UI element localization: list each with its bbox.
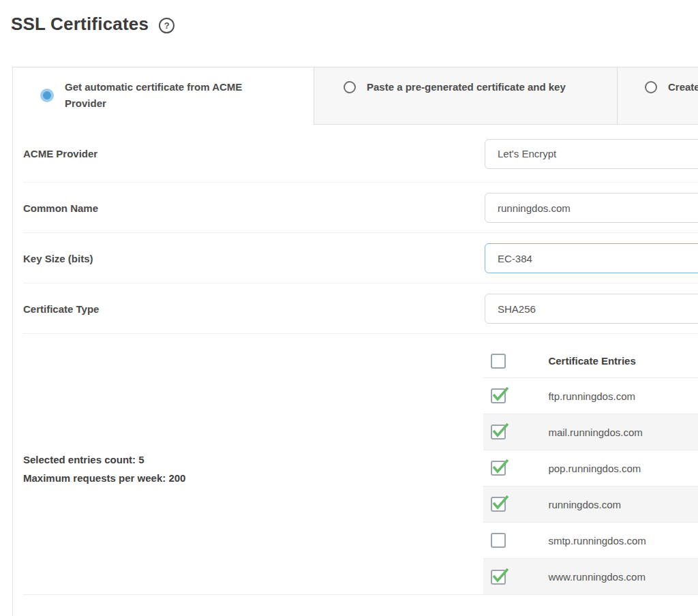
table-body: ftp.runningdos.com mail.runningdos.com p… (483, 378, 698, 595)
page-title: SSL Certificates (11, 14, 149, 35)
form-row: Common Name runningdos.com (13, 183, 698, 233)
tab-inner: Get automatic certificate from ACME Prov… (40, 79, 269, 112)
selected-entries-count: Selected entries count: 5 (23, 450, 483, 469)
form-row: ACME Provider Let's Encrypt (13, 125, 698, 183)
checkmark-icon (491, 386, 509, 403)
table-header-label: Certificate Entries (548, 355, 635, 367)
entry-checkbox[interactable] (491, 533, 506, 548)
table-row: runningdos.com (483, 487, 698, 523)
tab-inner: Create (645, 79, 698, 95)
entry-domain: ftp.runningdos.com (548, 390, 635, 402)
radio-icon[interactable] (40, 89, 54, 102)
tab-label: Create (668, 79, 698, 95)
tab-label: Paste a pre-generated certificate and ke… (367, 79, 566, 95)
entry-checkbox[interactable] (491, 425, 506, 440)
page-header: SSL Certificates ? (0, 0, 698, 35)
entry-checkbox[interactable] (491, 497, 506, 512)
certificate-entries-table: Certificate Entries ftp.runningdos.com m… (483, 334, 698, 603)
checkmark-icon (491, 494, 509, 512)
form-field-label: ACME Provider (23, 148, 485, 159)
certificate-entries-section: Selected entries count: 5 Maximum reques… (13, 334, 698, 603)
radio-icon[interactable] (344, 81, 356, 93)
entry-domain: www.runningdos.com (548, 571, 646, 583)
form-field-label: Certificate Type (23, 303, 485, 315)
certificate-mode-tabs: Get automatic certificate from ACME Prov… (13, 67, 698, 125)
form-field-input[interactable]: Let's Encrypt (485, 139, 698, 169)
tab-option[interactable]: Get automatic certificate from ACME Prov… (13, 67, 314, 125)
entry-domain: mail.runningdos.com (548, 427, 642, 438)
select-all-checkbox[interactable] (491, 354, 506, 369)
table-row: pop.runningdos.com (483, 450, 698, 487)
form-field-label: Key Size (bits) (23, 253, 485, 264)
checkmark-icon (491, 567, 509, 585)
form-field-input[interactable]: runningdos.com (485, 193, 698, 223)
ssl-certificates-panel: Get automatic certificate from ACME Prov… (12, 67, 698, 616)
form-row: Certificate Type SHA256 (13, 283, 698, 334)
radio-icon[interactable] (645, 81, 657, 93)
entry-checkbox[interactable] (491, 388, 506, 403)
tab-option[interactable]: Paste a pre-generated certificate and ke… (314, 67, 618, 125)
entry-checkbox[interactable] (491, 461, 506, 476)
entry-domain: runningdos.com (548, 499, 621, 510)
table-row: ftp.runningdos.com (483, 378, 698, 414)
form-row: Key Size (bits) EC-384 (13, 233, 698, 283)
entry-domain: smtp.runningdos.com (548, 535, 646, 546)
form-field-label: Common Name (23, 202, 485, 214)
max-requests-per-week: Maximum requests per week: 200 (23, 469, 483, 487)
table-row: mail.runningdos.com (483, 414, 698, 450)
entries-stats: Selected entries count: 5 Maximum reques… (23, 450, 483, 487)
tab-inner: Paste a pre-generated certificate and ke… (344, 79, 566, 95)
checkmark-icon (491, 422, 509, 440)
table-row: smtp.runningdos.com (483, 523, 698, 559)
entry-domain: pop.runningdos.com (548, 463, 641, 474)
form-field-input[interactable]: SHA256 (485, 294, 698, 324)
help-icon[interactable]: ? (159, 18, 174, 33)
acme-form: ACME Provider Let's Encrypt Common Name … (13, 125, 698, 334)
tab-option[interactable]: Create (618, 67, 698, 125)
checkmark-icon (491, 458, 509, 476)
tab-label: Get automatic certificate from ACME Prov… (65, 79, 269, 112)
table-row: www.runningdos.com (483, 559, 698, 595)
form-field-input[interactable]: EC-384 (485, 243, 698, 273)
entry-checkbox[interactable] (491, 570, 506, 585)
table-header-row: Certificate Entries (483, 344, 698, 378)
